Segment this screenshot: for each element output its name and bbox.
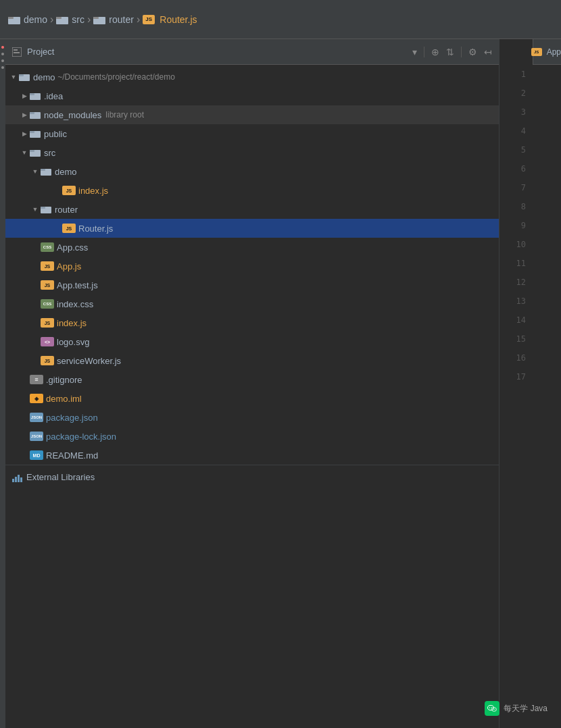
breadcrumb-sep-1: ›	[50, 14, 53, 26]
tree-item-root[interactable]: demo ~/Documents/project/react/demo	[5, 68, 499, 86]
pin-icon[interactable]: ↤	[484, 47, 492, 57]
badge-readme: MD	[30, 450, 43, 460]
tree-item-index-js[interactable]: JS index.js	[5, 313, 499, 332]
line-16: 16	[499, 348, 533, 367]
badge-index-js: JS	[41, 318, 54, 328]
folder-icon-public	[30, 129, 41, 138]
tree-item-src-demo[interactable]: demo	[5, 162, 499, 181]
line-10: 10	[499, 235, 533, 254]
label-package-json: package.json	[46, 413, 98, 423]
label-app-js: App.js	[57, 261, 81, 271]
badge-app-css: CSS	[41, 242, 54, 252]
svg-point-28	[495, 709, 495, 710]
external-libraries-item[interactable]: External Libraries	[5, 465, 499, 489]
tab-app-js[interactable]: JS App.	[527, 45, 561, 59]
gear-icon[interactable]: ⚙	[468, 47, 477, 57]
root-label: demo	[33, 72, 57, 82]
label-router-js: Router.js	[78, 224, 113, 234]
tree-item-index-css[interactable]: CSS index.css	[5, 294, 499, 313]
breadcrumb-sep-2: ›	[87, 14, 91, 26]
label-package-lock: package-lock.json	[46, 432, 116, 442]
badge-demo-iml: ◈	[30, 394, 43, 403]
main-layout: Project ▾ ⊕ ⇅ ⚙ ↤	[0, 39, 561, 728]
line-12: 12	[499, 273, 533, 292]
tree-item-service-worker[interactable]: JS serviceWorker.js	[5, 351, 499, 370]
badge-service-worker: JS	[41, 356, 54, 365]
line-2: 2	[499, 84, 533, 103]
line-3: 3	[499, 103, 533, 122]
svg-rect-22	[41, 207, 45, 209]
tree-item-public[interactable]: public	[5, 124, 499, 143]
svg-rect-7	[14, 49, 18, 51]
svg-rect-10	[19, 74, 24, 76]
tree-item-readme[interactable]: MD README.md	[5, 446, 499, 465]
folder-icon-idea	[30, 91, 41, 101]
project-panel: Project ▾ ⊕ ⇅ ⚙ ↤	[5, 39, 499, 728]
tree-item-gitignore[interactable]: ≡ .gitignore	[5, 370, 499, 389]
tree-item-app-test[interactable]: JS App.test.js	[5, 276, 499, 294]
tree-item-router-js[interactable]: JS Router.js	[5, 219, 499, 238]
breadcrumb-sep-3: ›	[137, 14, 140, 26]
svg-point-24	[489, 707, 491, 708]
accent-dot-2	[1, 59, 4, 62]
svg-rect-1	[8, 17, 14, 19]
folder-icon-node-modules	[30, 110, 41, 120]
svg-rect-8	[14, 52, 20, 53]
svg-rect-12	[30, 93, 34, 95]
line-7: 7	[499, 178, 533, 197]
sort-icon[interactable]: ⇅	[446, 47, 454, 57]
accent-dot-red	[1, 46, 4, 49]
tree-item-app-js[interactable]: JS App.js	[5, 257, 499, 276]
arrow-idea	[19, 93, 30, 99]
js-badge-title: JS	[143, 15, 155, 24]
line-15: 15	[499, 330, 533, 348]
badge-logo-svg: <>	[41, 337, 54, 346]
label-app-css: App.css	[57, 242, 88, 253]
tree-item-logo-svg[interactable]: <> logo.svg	[5, 332, 499, 351]
panel-title: Project	[27, 47, 407, 57]
tree-item-package-json[interactable]: JSON package.json	[5, 408, 499, 427]
label-index-css: index.css	[57, 299, 93, 309]
line-4: 4	[499, 122, 533, 140]
breadcrumb-src[interactable]: src	[56, 14, 84, 25]
svg-point-27	[493, 709, 494, 710]
root-path: ~/Documents/project/react/demo	[57, 72, 175, 82]
add-icon[interactable]: ⊕	[431, 47, 439, 57]
breadcrumb-routerjs[interactable]: JS Router.js	[143, 14, 197, 25]
tree-item-demo-iml[interactable]: ◈ demo.iml	[5, 389, 499, 408]
tree-item-package-lock[interactable]: JSON package-lock.json	[5, 427, 499, 446]
label-demo-index: index.js	[78, 186, 108, 196]
label-public: public	[44, 129, 67, 139]
panel-divider-1	[424, 47, 424, 57]
panel-divider-2	[461, 47, 462, 57]
badge-router-js: JS	[62, 224, 76, 233]
watermark: 每天学 Java	[485, 701, 547, 716]
arrow-node-modules	[19, 111, 30, 118]
watermark-text: 每天学 Java	[504, 703, 547, 714]
tree-item-demo-index[interactable]: JS index.js	[5, 181, 499, 200]
breadcrumb-router[interactable]: router	[93, 14, 134, 25]
label-index-js: index.js	[57, 318, 87, 328]
label-readme: README.md	[46, 450, 98, 461]
tree-item-router[interactable]: router	[5, 200, 499, 219]
breadcrumb-demo[interactable]: demo	[8, 14, 47, 25]
tree-item-idea[interactable]: .idea	[5, 86, 499, 105]
line-11: 11	[499, 254, 533, 273]
label-node-modules: node_modules	[44, 110, 101, 120]
panel-icons: ▾ ⊕ ⇅ ⚙ ↤	[412, 47, 492, 57]
svg-rect-14	[30, 112, 34, 114]
line-5: 5	[499, 140, 533, 159]
svg-point-26	[492, 708, 497, 712]
tab-label: App.	[547, 47, 561, 57]
folder-icon-src	[30, 148, 41, 157]
label-src: src	[44, 148, 55, 158]
arrow-root	[8, 74, 19, 80]
tree-item-app-css[interactable]: CSS App.css	[5, 238, 499, 257]
left-accent-bar	[0, 39, 5, 728]
badge-app-js: JS	[41, 261, 54, 271]
tree-item-src[interactable]: src	[5, 143, 499, 162]
tree-item-node-modules[interactable]: node_modules library root	[5, 105, 499, 124]
badge-gitignore: ≡	[30, 375, 43, 384]
line-1: 1	[499, 65, 533, 84]
dropdown-arrow-icon[interactable]: ▾	[412, 47, 417, 57]
